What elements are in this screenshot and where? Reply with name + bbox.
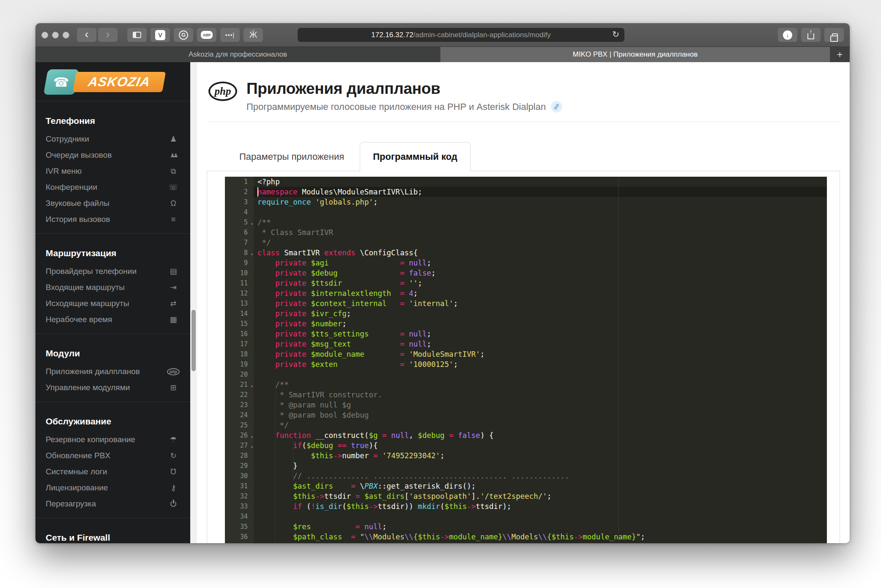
tab-program-code[interactable]: Программный код bbox=[360, 142, 471, 171]
zoom-window-icon[interactable] bbox=[63, 32, 69, 38]
sidebar-item-dialplan-applications[interactable]: Приложения диалплановphp bbox=[36, 364, 190, 380]
sidebar-item-sound-files[interactable]: Звуковые файлыΩ bbox=[36, 195, 190, 211]
sidebar-item-reboot[interactable]: Перезагрузка bbox=[36, 496, 190, 512]
browser-window: ‹ › V G ABP •••| Ӝ 172.16.32.72/admin-ca… bbox=[36, 23, 850, 543]
sidebar-item-system-logs[interactable]: Системные логи℧ bbox=[36, 464, 190, 480]
browser-tab-askozia[interactable]: Askozia для профессионалов bbox=[36, 47, 440, 62]
line-number[interactable]: 3 bbox=[225, 197, 254, 207]
line-number[interactable]: 10 bbox=[225, 268, 254, 278]
line-number[interactable]: 4 bbox=[225, 207, 254, 217]
extension-more-button[interactable]: •••| bbox=[220, 28, 240, 42]
code-text: private $context_internal = 'internal'; bbox=[254, 298, 827, 309]
code-text: * @param null $g bbox=[254, 400, 827, 410]
extension-g-button[interactable]: G bbox=[174, 28, 193, 42]
line-number[interactable]: 18 bbox=[225, 349, 254, 359]
code-line-28: 28 $this->number = '74952293042'; bbox=[225, 451, 827, 461]
line-number[interactable]: 15 bbox=[225, 319, 254, 329]
sidebar-item-conferences[interactable]: Конференции☏ bbox=[36, 179, 190, 195]
share-button[interactable] bbox=[801, 28, 821, 42]
debug-extension-button[interactable]: Ӝ bbox=[244, 28, 263, 42]
download-icon: ↓ bbox=[783, 30, 792, 40]
code-line-21: 21▾ /** bbox=[225, 380, 827, 390]
line-number[interactable]: 33 bbox=[225, 501, 254, 511]
sidebar-item-label: Исходящие маршруты bbox=[46, 299, 167, 308]
line-number[interactable]: 26▾ bbox=[225, 430, 254, 440]
line-number[interactable]: 23 bbox=[225, 400, 254, 410]
sidebar-item-module-management[interactable]: Управление модулями⊞ bbox=[36, 380, 190, 396]
sidebar-item-backup[interactable]: Резервное копирование☂ bbox=[36, 432, 190, 448]
sidebar-item-incoming-routes[interactable]: Входящие маршруты⇥ bbox=[36, 279, 190, 295]
sidebar-item-label: Системные логи bbox=[46, 467, 167, 476]
page-scrollbar-track[interactable] bbox=[190, 62, 197, 543]
line-number[interactable]: 35 bbox=[225, 522, 254, 532]
close-window-icon[interactable] bbox=[41, 32, 48, 38]
tab-application-settings[interactable]: Параметры приложения bbox=[229, 151, 355, 162]
sidebar-item-label: Резервное копирование bbox=[46, 435, 167, 444]
line-number[interactable]: 24 bbox=[225, 410, 254, 420]
new-tab-button[interactable]: + bbox=[830, 47, 850, 62]
code-line-13: 13 private $context_internal = 'internal… bbox=[225, 298, 827, 309]
line-number[interactable]: 37 bbox=[225, 542, 254, 543]
sidebar-item-call-history[interactable]: История вызовов≡ bbox=[36, 211, 190, 227]
line-number[interactable]: 27▾ bbox=[225, 440, 254, 451]
line-number[interactable]: 32 bbox=[225, 491, 254, 501]
code-line-4: 4 bbox=[225, 207, 827, 217]
line-number[interactable]: 11 bbox=[225, 278, 254, 288]
code-text: private $internalextlength = 4; bbox=[254, 288, 827, 298]
line-number[interactable]: 17 bbox=[225, 339, 254, 349]
adblock-button[interactable]: ABP bbox=[197, 28, 216, 42]
askozia-logo[interactable]: ☎ ASKOZIA bbox=[46, 69, 190, 95]
sidebar-item-call-queues[interactable]: Очереди вызовов♟♟ bbox=[36, 147, 190, 163]
line-number[interactable]: 6 bbox=[225, 227, 254, 238]
line-number[interactable]: 25 bbox=[225, 420, 254, 430]
sidebar-item-off-work-time[interactable]: Нерабочее время▦ bbox=[36, 312, 190, 328]
minimize-window-icon[interactable] bbox=[52, 32, 59, 38]
code-text: // bbox=[254, 542, 827, 543]
sidebar-item-licensing[interactable]: Лицензирование⚷ bbox=[36, 480, 190, 496]
line-number[interactable]: 7 bbox=[225, 238, 254, 248]
code-text: $ast_dirs = \PBX::get_asterisk_dirs(); bbox=[254, 481, 827, 491]
address-bar[interactable]: 172.16.32.72/admin-cabinet/dialplan-appl… bbox=[298, 28, 624, 42]
line-number[interactable]: 14 bbox=[225, 309, 254, 319]
line-number[interactable]: 30 bbox=[225, 471, 254, 481]
extension-v-button[interactable]: V bbox=[150, 28, 170, 42]
external-link-icon[interactable] bbox=[551, 101, 562, 112]
line-number[interactable]: 5▾ bbox=[225, 217, 254, 227]
tab-overview-button[interactable] bbox=[824, 28, 844, 42]
line-number[interactable]: 13 bbox=[225, 298, 254, 309]
sidebar-item-pbx-update[interactable]: Обновление PBX↻ bbox=[36, 448, 190, 464]
sidebar-item-employees[interactable]: Сотрудники♟ bbox=[36, 131, 190, 147]
sidebar-divider bbox=[36, 518, 190, 518]
downloads-button[interactable]: ↓ bbox=[778, 28, 797, 42]
line-number[interactable]: 9 bbox=[225, 258, 254, 268]
line-number[interactable]: 1 bbox=[225, 177, 254, 187]
line-number[interactable]: 22 bbox=[225, 390, 254, 400]
line-number[interactable]: 31 bbox=[225, 481, 254, 491]
code-text: private $msg_text = null; bbox=[254, 339, 827, 349]
line-number[interactable]: 19 bbox=[225, 359, 254, 369]
line-number[interactable]: 36 bbox=[225, 532, 254, 542]
line-number[interactable]: 29 bbox=[225, 461, 254, 471]
line-number[interactable]: 20 bbox=[225, 369, 254, 380]
page-scrollbar-thumb[interactable] bbox=[192, 310, 196, 371]
code-editor[interactable]: 1<?php2namespace Modules\ModuleSmartIVR\… bbox=[225, 177, 827, 543]
reload-icon[interactable]: ↻ bbox=[612, 29, 619, 39]
forward-button[interactable]: › bbox=[98, 28, 118, 42]
sidebar-item-outgoing-routes[interactable]: Исходящие маршруты⇄ bbox=[36, 295, 190, 312]
line-number[interactable]: 8▾ bbox=[225, 248, 254, 258]
browser-tab-mikopbx[interactable]: MIKO PBX | Приложения диалпланов bbox=[440, 47, 830, 62]
line-number[interactable]: 16 bbox=[225, 329, 254, 339]
code-text: private $ivr_cfg; bbox=[254, 309, 827, 319]
line-number[interactable]: 34 bbox=[225, 511, 254, 522]
line-number[interactable]: 21▾ bbox=[225, 380, 254, 390]
code-line-34: 34 bbox=[225, 511, 827, 522]
sidebar-item-providers[interactable]: Провайдеры телефонии▤ bbox=[36, 263, 190, 279]
page-title: Приложения диалпланов bbox=[246, 80, 562, 98]
line-number[interactable]: 12 bbox=[225, 288, 254, 298]
sidebar-item-ivr-menu[interactable]: IVR меню⧉ bbox=[36, 163, 190, 179]
code-line-8: 8▾class SmartIVR extends \ConfigClass{ bbox=[225, 248, 827, 258]
back-button[interactable]: ‹ bbox=[77, 28, 96, 42]
sidebar-toggle-button[interactable] bbox=[127, 28, 147, 42]
line-number[interactable]: 28 bbox=[225, 451, 254, 461]
line-number[interactable]: 2 bbox=[225, 187, 254, 197]
